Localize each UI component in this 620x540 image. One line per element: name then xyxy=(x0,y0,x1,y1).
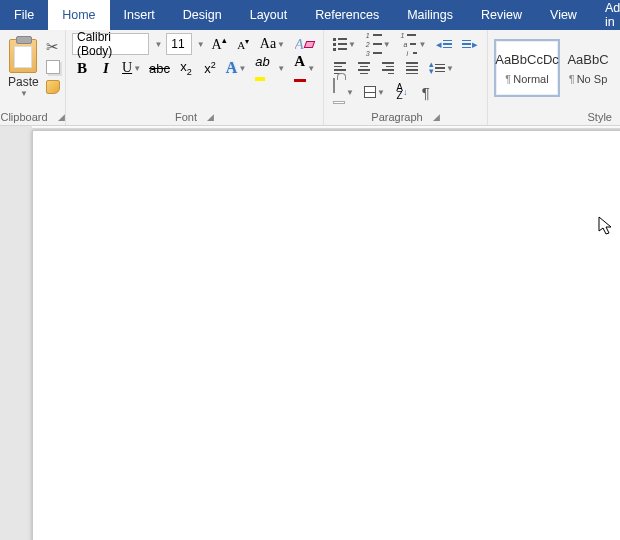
line-spacing-button[interactable]: ▴▾▼ xyxy=(426,58,457,78)
superscript-button[interactable]: x2 xyxy=(200,58,220,78)
increase-indent-icon: ▸ xyxy=(462,38,478,51)
tab-home[interactable]: Home xyxy=(48,0,109,30)
sort-button[interactable]: AZ↓ xyxy=(392,82,412,102)
pilcrow-icon: ¶ xyxy=(505,73,511,85)
font-family-dropdown-icon[interactable]: ▼ xyxy=(154,40,162,49)
align-right-button[interactable] xyxy=(378,58,398,78)
superscript-icon: x2 xyxy=(204,60,216,76)
font-family-selector[interactable]: Calibri (Body) xyxy=(72,33,149,55)
decrease-indent-icon: ◂ xyxy=(436,38,452,51)
mouse-cursor-icon xyxy=(598,216,614,239)
tab-addins[interactable]: Add-in xyxy=(591,0,620,30)
show-marks-button[interactable]: ¶ xyxy=(416,82,436,102)
bold-icon: B xyxy=(77,60,87,77)
group-clipboard: Paste ▼ Clipboard ◢ xyxy=(0,30,66,125)
tab-view[interactable]: View xyxy=(536,0,591,30)
font-launcher[interactable]: ◢ xyxy=(207,112,214,122)
subscript-button[interactable]: x2 xyxy=(176,58,196,78)
paragraph-launcher[interactable]: ◢ xyxy=(433,112,440,122)
change-case-button[interactable]: Aa▼ xyxy=(257,34,287,54)
format-painter-icon xyxy=(46,80,60,94)
bullets-icon xyxy=(333,38,347,51)
grow-font-button[interactable]: A▴ xyxy=(209,34,230,54)
cut-button[interactable] xyxy=(43,37,63,57)
eraser-icon xyxy=(303,41,315,48)
numbering-icon: 1 2 3 xyxy=(366,32,382,57)
tab-mailings[interactable]: Mailings xyxy=(393,0,467,30)
highlight-button[interactable]: ab▼ xyxy=(252,58,288,78)
tab-references[interactable]: References xyxy=(301,0,393,30)
style-normal-label: Normal xyxy=(513,73,548,85)
style-no-spacing[interactable]: AaBbC ¶No Sp xyxy=(564,39,612,97)
style-normal-sample: AaBbCcDc xyxy=(495,52,559,67)
align-center-button[interactable] xyxy=(354,58,374,78)
tab-layout[interactable]: Layout xyxy=(236,0,302,30)
sort-icon: AZ xyxy=(396,84,403,100)
shrink-font-button[interactable]: A▾ xyxy=(233,34,253,54)
text-effects-icon: A xyxy=(226,59,238,77)
paste-label: Paste xyxy=(8,75,39,89)
style-nospacing-sample: AaBbC xyxy=(567,52,608,67)
group-font-label: Font xyxy=(175,111,197,123)
group-clipboard-label: Clipboard xyxy=(0,111,47,123)
change-case-icon: Aa xyxy=(260,36,276,52)
style-nospacing-label: No Sp xyxy=(577,73,608,85)
justify-icon xyxy=(406,62,418,74)
horizontal-ruler[interactable] xyxy=(32,126,620,128)
numbering-button[interactable]: 1 2 3 ▼ xyxy=(363,34,394,54)
underline-icon: U xyxy=(122,60,132,76)
align-center-icon xyxy=(358,62,370,74)
italic-icon: I xyxy=(103,60,109,77)
line-spacing-icon: ▴▾ xyxy=(429,61,445,75)
strikethrough-button[interactable]: abc xyxy=(147,58,172,78)
underline-button[interactable]: U▼ xyxy=(120,58,143,78)
tab-design[interactable]: Design xyxy=(169,0,236,30)
copy-button[interactable] xyxy=(43,57,63,77)
clipboard-launcher[interactable]: ◢ xyxy=(58,112,65,122)
font-color-button[interactable]: A▼ xyxy=(292,58,317,78)
format-painter-button[interactable] xyxy=(43,77,63,97)
pilcrow-icon: ¶ xyxy=(569,73,575,85)
justify-button[interactable] xyxy=(402,58,422,78)
shading-icon xyxy=(333,78,345,106)
style-normal[interactable]: AaBbCcDc ¶Normal xyxy=(494,39,560,97)
font-family-value: Calibri (Body) xyxy=(77,30,144,58)
font-size-dropdown-icon[interactable]: ▼ xyxy=(197,40,205,49)
borders-button[interactable]: ▼ xyxy=(361,82,388,102)
group-styles: AaBbCcDc ¶Normal AaBbC ¶No Sp Style xyxy=(488,30,620,125)
paste-dropdown-icon: ▼ xyxy=(20,89,28,98)
group-paragraph: ▼ 1 2 3 ▼ 1 a i ▼ ◂ xyxy=(324,30,488,125)
pilcrow-icon: ¶ xyxy=(422,84,430,101)
cut-icon xyxy=(46,38,59,56)
multilevel-list-button[interactable]: 1 a i ▼ xyxy=(397,34,429,54)
clear-formatting-button[interactable]: A xyxy=(292,34,317,54)
shading-button[interactable]: ▼ xyxy=(330,82,357,102)
text-effects-button[interactable]: A▼ xyxy=(224,58,248,78)
font-size-value: 11 xyxy=(171,37,184,51)
tab-file[interactable]: File xyxy=(0,0,48,30)
align-right-icon xyxy=(382,62,394,74)
ribbon: Paste ▼ Clipboard ◢ Calibri (Body) ▼ 11 xyxy=(0,30,620,126)
copy-icon xyxy=(46,60,60,74)
decrease-indent-button[interactable]: ◂ xyxy=(433,34,455,54)
bold-button[interactable]: B xyxy=(72,58,92,78)
workspace xyxy=(0,126,620,540)
ribbon-tabs: File Home Insert Design Layout Reference… xyxy=(0,0,620,30)
tab-review[interactable]: Review xyxy=(467,0,536,30)
group-styles-label: Style xyxy=(588,111,612,123)
increase-indent-button[interactable]: ▸ xyxy=(459,34,481,54)
clipboard-icon xyxy=(9,39,37,73)
highlight-icon: ab xyxy=(255,54,276,83)
bullets-button[interactable]: ▼ xyxy=(330,34,359,54)
clear-formatting-icon: A xyxy=(295,36,304,53)
tab-insert[interactable]: Insert xyxy=(110,0,169,30)
subscript-icon: x2 xyxy=(180,59,192,77)
document-page[interactable] xyxy=(32,130,620,540)
shrink-font-icon: A▾ xyxy=(237,37,249,51)
font-size-selector[interactable]: 11 xyxy=(166,33,191,55)
multilevel-list-icon: 1 a i xyxy=(400,32,417,57)
strikethrough-icon: abc xyxy=(149,61,170,76)
paste-button[interactable]: Paste ▼ xyxy=(6,33,41,109)
font-color-icon: A xyxy=(294,53,306,84)
italic-button[interactable]: I xyxy=(96,58,116,78)
